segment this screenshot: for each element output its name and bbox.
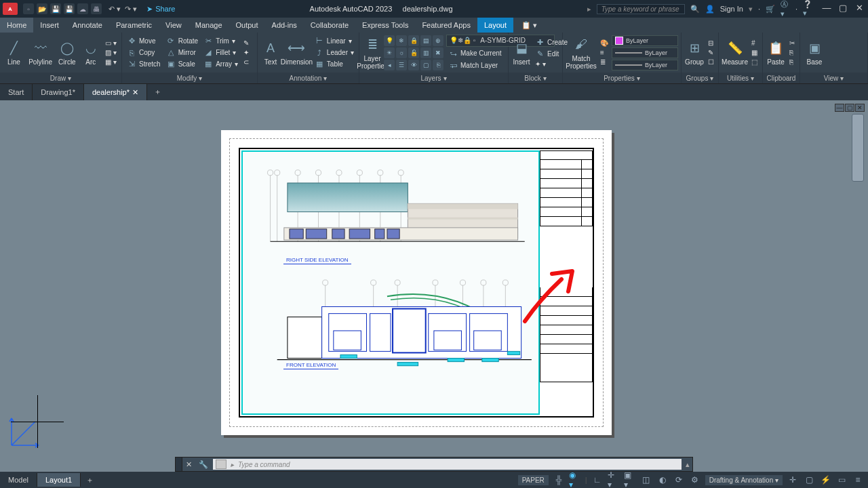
layer-state-icon[interactable]: ☰ [396,60,407,70]
tab-featured[interactable]: Featured Apps [415,18,477,33]
filetab-dealership[interactable]: dealership*✕ [84,84,147,100]
text-button[interactable]: AText [260,38,281,67]
panel-props-title[interactable]: Properties ▾ [563,73,681,83]
rect-icon[interactable]: ▭ ▾ [103,39,119,47]
qat-new-icon[interactable]: ▫ [23,3,34,14]
signin-button[interactable]: Sign In [720,5,743,13]
grid-toggle-icon[interactable]: ╬ [553,474,565,486]
cleanscreen-icon[interactable]: ▭ [835,474,848,486]
layer-thaw-icon[interactable]: ☼ [396,47,407,58]
leader-button[interactable]: ⤴Leader ▾ [313,47,356,58]
doc-minimize-icon[interactable]: — [835,104,844,112]
annoscale-icon[interactable]: ⚙ [689,474,701,486]
filetab-add-icon[interactable]: ＋ [147,84,168,100]
redo-icon[interactable]: ↷ ▾ [125,5,137,14]
layout-canvas[interactable]: — ▢ ✕ [0,100,868,455]
tab-markup-icon[interactable]: 📋 ▾ [517,18,541,33]
copy-button[interactable]: ⎘Copy [125,47,163,58]
layer-unlock-icon[interactable]: 🔓 [408,47,419,58]
panel-annot-title[interactable]: Annotation ▾ [258,73,359,83]
ortho-icon[interactable]: ∟ [591,474,604,486]
layer-freeze-icon[interactable]: ❄ [396,35,407,46]
qat-web-icon[interactable]: ☁ [77,3,88,14]
erase-icon[interactable]: ✎ [241,39,251,47]
doc-maximize-icon[interactable]: ▢ [845,104,854,112]
qat-saveas-icon[interactable]: 💾 [64,3,75,14]
measure-button[interactable]: 📏Measure [722,38,748,67]
color-dropdown[interactable]: ByLayer [612,35,678,46]
layer-del-icon[interactable]: ✖ [433,47,443,58]
panel-modify-title[interactable]: Modify ▾ [122,73,257,83]
layer-prev-icon[interactable]: ◂ [384,60,395,70]
mirror-button[interactable]: △Mirror [164,47,200,58]
share-button[interactable]: ➤ Share [146,5,175,14]
layout-viewport[interactable]: RIGHT SIDE ELEVATION FRONT ELEVATION [241,150,540,415]
tab-layout[interactable]: Layout [477,18,513,33]
panel-groups-title[interactable]: Groups ▾ [682,73,718,83]
cut-icon[interactable]: ✂ [787,39,797,47]
tab-express[interactable]: Express Tools [355,18,415,33]
calc-icon[interactable]: ▦ [749,48,760,57]
base-button[interactable]: ▣Base [803,38,826,67]
search-icon[interactable]: 🔍 [690,4,700,14]
panel-draw-title[interactable]: Draw ▾ [0,73,121,83]
layer-copy-icon[interactable]: ⎘ [433,60,443,70]
layer-on-icon[interactable]: ☀ [384,47,395,58]
fullscreen-icon[interactable]: ✛ [787,474,799,486]
tab-home[interactable]: Home [0,18,33,33]
doc-close-icon[interactable]: ✕ [855,104,865,112]
polyline-button[interactable]: 〰Polyline [26,38,55,67]
polar-icon[interactable]: ✛ ▾ [608,474,620,486]
cycle-icon[interactable]: ⟳ [673,474,685,486]
line-button[interactable]: ╱Line [3,38,25,67]
qat-plot-icon[interactable]: 🖶 [91,3,102,14]
cart-icon[interactable]: 🛒 [766,4,775,14]
trim-button[interactable]: ✂Trim ▾ [201,36,240,47]
layer-props-button[interactable]: ≣Layer Properties [362,35,382,71]
fillet-button[interactable]: ◢Fillet ▾ [201,47,240,58]
explode-icon[interactable]: ✦ [241,48,251,57]
lwt-icon[interactable]: ◫ [640,474,652,486]
hatch-icon[interactable]: ▨ ▾ [103,48,119,57]
rotate-button[interactable]: ⟳Rotate [164,36,200,47]
cmdline-history-icon[interactable]: ▴ [683,460,692,469]
ungroup-icon[interactable]: ⊟ [706,39,716,47]
match-props-button[interactable]: 🖌Match Properties [566,35,597,71]
dimension-button[interactable]: ⟷Dimension [282,38,311,67]
maximize-icon[interactable]: ▢ [838,4,848,14]
circle-button[interactable]: ◯Circle [56,38,78,67]
transparency-icon[interactable]: ◐ [656,474,669,486]
layer-uniso-icon[interactable]: ▥ [420,47,431,58]
linear-button[interactable]: ⊢Linear ▾ [313,36,356,47]
group-sel-icon[interactable]: ☐ [706,58,716,66]
tab-addins[interactable]: Add-ins [265,18,304,33]
close-icon[interactable]: ✕ [854,4,864,14]
help-icon[interactable]: ❔ ▾ [803,4,812,14]
cmdline-close-icon[interactable]: ✕ [182,460,195,469]
layer-merge-icon[interactable]: ⊕ [433,35,443,46]
tab-parametric[interactable]: Parametric [109,18,159,33]
osnap-icon[interactable]: ▣ ▾ [624,474,636,486]
qat-save-icon[interactable]: 💾 [50,3,61,14]
layer-off-icon[interactable]: 💡 [384,35,395,46]
isolate-icon[interactable]: ▢ [803,474,815,486]
linetype-icon[interactable]: ≡ [598,48,610,57]
group-button[interactable]: ⊞Group [684,38,705,67]
hardware-icon[interactable]: ⚡ [819,474,831,486]
layer-iso-icon[interactable]: ▤ [420,35,431,46]
filetab-start[interactable]: Start [0,84,33,100]
lineweight-dropdown[interactable]: ByLayer [612,60,678,70]
color-wheel-icon[interactable]: 🎨 [598,39,610,47]
qat-open-icon[interactable]: 📂 [37,3,47,14]
tab-output[interactable]: Output [229,18,265,33]
search-caret-icon[interactable]: ▸ [587,5,591,14]
scale-button[interactable]: ▣Scale [164,59,200,70]
panel-util-title[interactable]: Utilities ▾ [719,73,762,83]
tab-collaborate[interactable]: Collaborate [304,18,355,33]
layer-walk-icon[interactable]: 👁 [408,60,419,70]
workspace-dropdown[interactable]: Drafting & Annotation ▾ [705,475,783,485]
tab-insert[interactable]: Insert [33,18,66,33]
filetab-drawing1[interactable]: Drawing1* [33,84,84,100]
command-line[interactable]: ✕ 🔧 ▸ Type a command ▴ [175,457,693,472]
command-input[interactable]: ▸ Type a command [213,459,682,470]
